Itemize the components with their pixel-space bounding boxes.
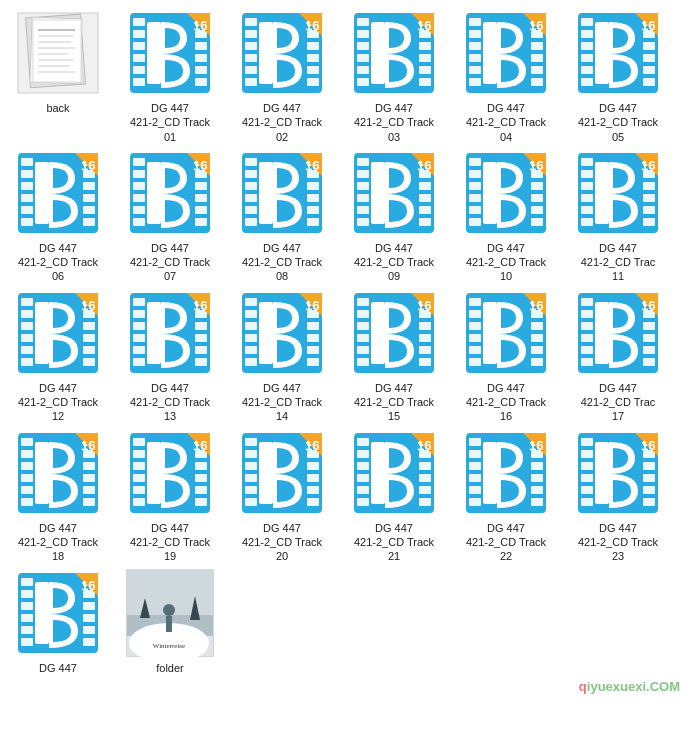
list-item[interactable]: 16 DG 447421-2_CD Track01	[116, 8, 224, 144]
svg-rect-247	[419, 346, 431, 354]
svg-rect-215	[195, 346, 207, 354]
svg-rect-294	[83, 474, 95, 482]
item-label: 421-2_CD Track	[466, 256, 546, 268]
item-label: DG 447	[487, 242, 525, 254]
list-item[interactable]: 16 DG 447421-2_CD Track03	[340, 8, 448, 144]
list-item[interactable]: 16 DG 447421-2_CD Track12	[4, 288, 112, 424]
svg-rect-54	[419, 54, 431, 62]
list-item[interactable]: 16 DG 447421-2_CD Track22	[452, 428, 560, 564]
list-item[interactable]: 16 DG 447421-2_CD Track08	[228, 148, 336, 284]
svg-rect-349	[469, 438, 481, 446]
svg-rect-287	[21, 462, 33, 470]
svg-rect-110	[133, 170, 145, 178]
svg-text:16: 16	[641, 158, 655, 173]
svg-rect-97	[21, 206, 33, 214]
item-label: 13	[164, 410, 176, 422]
item-label-block: DG 447421-2_CD Track22	[466, 521, 546, 564]
svg-rect-375	[643, 486, 655, 494]
media-file-icon: 16	[237, 148, 327, 238]
list-item[interactable]: 16 DG 447	[4, 568, 112, 675]
svg-rect-376	[643, 498, 655, 506]
item-label-block: folder	[156, 661, 184, 675]
list-item[interactable]: 16 DG 447421-2_CD Track23	[564, 428, 672, 564]
list-item[interactable]: 16 DG 447421-2_CD Track15	[340, 288, 448, 424]
svg-rect-313	[147, 442, 161, 504]
item-label-block: DG 447421-2_CD Track13	[130, 381, 210, 424]
svg-rect-184	[643, 218, 655, 226]
svg-rect-344	[419, 498, 431, 506]
svg-rect-95	[21, 182, 33, 190]
svg-rect-280	[643, 358, 655, 366]
item-label-block: DG 447421-2_CD Track02	[242, 101, 322, 144]
svg-rect-118	[195, 194, 207, 202]
list-item[interactable]: 16 DG 447421-2_CD Track20	[228, 428, 336, 564]
item-label: 07	[164, 270, 176, 282]
svg-rect-224	[245, 334, 257, 342]
svg-rect-41	[259, 22, 273, 84]
list-item[interactable]: 16 DG 447421-2_CD Trac11	[564, 148, 672, 284]
svg-rect-200	[83, 358, 95, 366]
item-label-block: DG 447421-2_CD Track16	[466, 381, 546, 424]
svg-rect-213	[195, 322, 207, 330]
list-item[interactable]: 16 DG 447421-2_CD Track19	[116, 428, 224, 564]
svg-rect-78	[581, 30, 593, 38]
list-item[interactable]: 16 DG 447421-2_CD Track10	[452, 148, 560, 284]
media-file-icon: 16	[349, 148, 439, 238]
list-item[interactable]: 16 DG 447421-2_CD Track13	[116, 288, 224, 424]
svg-rect-153	[371, 162, 385, 224]
list-item[interactable]: 16 DG 447421-2_CD Track14	[228, 288, 336, 424]
list-item[interactable]: Winterreise folder	[116, 568, 224, 675]
svg-rect-73	[483, 22, 497, 84]
svg-rect-162	[469, 218, 481, 226]
item-label-block: DG 447421-2_CD Track15	[354, 381, 434, 424]
svg-text:16: 16	[641, 438, 655, 453]
svg-rect-369	[581, 486, 593, 494]
media-file-icon: 16	[125, 288, 215, 378]
svg-rect-255	[469, 322, 481, 330]
list-item[interactable]: 16 DG 447421-2_CD Track09	[340, 148, 448, 284]
svg-rect-208	[133, 334, 145, 342]
svg-rect-334	[357, 450, 369, 458]
item-label: 421-2_CD Trac	[581, 256, 656, 268]
svg-text:16: 16	[305, 18, 319, 33]
list-item[interactable]: 16 DG 447421-2_CD Track05	[564, 8, 672, 144]
svg-rect-302	[133, 450, 145, 458]
svg-rect-245	[419, 322, 431, 330]
svg-rect-125	[245, 158, 257, 166]
svg-rect-262	[531, 334, 543, 342]
svg-rect-117	[195, 182, 207, 190]
svg-rect-353	[469, 486, 481, 494]
svg-rect-279	[643, 346, 655, 354]
media-file-icon: 16	[461, 148, 551, 238]
svg-rect-137	[259, 162, 273, 224]
svg-rect-365	[581, 438, 593, 446]
svg-rect-190	[21, 310, 33, 318]
item-label: 421-2_CD Track	[466, 396, 546, 408]
svg-rect-272	[581, 334, 593, 342]
svg-rect-53	[419, 42, 431, 50]
list-item[interactable]: 16 DG 447421-2_CD Track07	[116, 148, 224, 284]
svg-rect-393	[35, 582, 49, 644]
list-item[interactable]: 16 DG 447421-2_CD Track06	[4, 148, 112, 284]
svg-rect-370	[581, 498, 593, 506]
svg-rect-242	[357, 358, 369, 366]
item-label: DG 447	[487, 102, 525, 114]
svg-rect-87	[643, 66, 655, 74]
svg-rect-120	[195, 218, 207, 226]
list-item[interactable]: 16 DG 447421-2_CD Track16	[452, 288, 560, 424]
list-item[interactable]: 16 DG 447421-2_CD Track18	[4, 428, 112, 564]
svg-rect-222	[245, 310, 257, 318]
svg-rect-173	[581, 158, 593, 166]
list-item[interactable]: 16 DG 447421-2_CD Track04	[452, 8, 560, 144]
svg-rect-381	[21, 578, 33, 586]
svg-rect-149	[419, 182, 431, 190]
svg-rect-241	[357, 346, 369, 354]
svg-rect-386	[21, 638, 33, 646]
list-item[interactable]: 16 DG 447421-2_CD Trac17	[564, 288, 672, 424]
list-item[interactable]: 16 DG 447421-2_CD Track21	[340, 428, 448, 564]
svg-rect-329	[259, 442, 273, 504]
list-item[interactable]: back	[4, 8, 112, 144]
svg-rect-327	[307, 486, 319, 494]
svg-rect-232	[307, 358, 319, 366]
list-item[interactable]: 16 DG 447421-2_CD Track02	[228, 8, 336, 144]
